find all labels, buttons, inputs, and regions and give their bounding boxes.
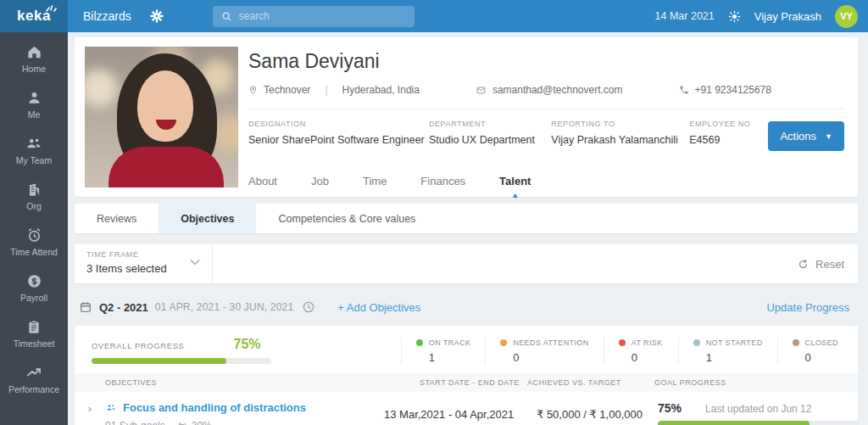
field-employee-no: EMPLOYEE NO E4569 — [689, 120, 761, 146]
reset-button[interactable]: Reset — [798, 258, 844, 271]
legend-label: NEEDS ATTENTION — [513, 338, 588, 347]
legend-count: 0 — [632, 351, 664, 364]
chevron-down-icon — [190, 259, 200, 266]
svg-text:$: $ — [31, 277, 37, 286]
workspace-name[interactable]: Bilzzards — [83, 9, 131, 23]
actions-button[interactable]: Actions ▼ — [768, 121, 844, 151]
period-row: Q2 - 2021 01 APR, 2021 - 30 JUN, 2021 + … — [75, 293, 858, 322]
status-dot — [793, 339, 799, 346]
timeframe-dropdown[interactable]: TIME FRAME 3 Items selected — [75, 244, 212, 283]
objective-people-icon — [105, 403, 117, 413]
alignment-percent: 30% — [192, 420, 212, 425]
overall-progress-fill — [92, 358, 226, 364]
main-content: Sama Deviyani Technover | Hyderabad, Ind… — [68, 32, 868, 425]
search-bar[interactable] — [213, 6, 415, 27]
tab-talent[interactable]: Talent▲ — [499, 175, 531, 197]
field-label: DESIGNATION — [248, 120, 429, 128]
subtab-reviews[interactable]: Reviews — [75, 204, 159, 233]
left-nav: Home Me My Team Org Time Attend $ Payrol… — [0, 32, 68, 425]
legend-at-risk: AT RISK 0 — [604, 337, 678, 364]
status-dot — [500, 339, 507, 346]
history-icon[interactable] — [302, 300, 315, 314]
dollar-icon: $ — [26, 273, 42, 289]
company-name: Technover — [264, 84, 310, 96]
sidebar-label: Org — [26, 201, 42, 211]
field-value: Vijay Prakash Yalamanchili — [551, 134, 689, 146]
col-header-dates: START DATE - END DATE — [371, 378, 524, 387]
phone-item: +91 9234125678 — [679, 84, 771, 96]
timeframe-label: TIME FRAME — [86, 250, 212, 259]
active-tab-indicator: ▲ — [511, 191, 519, 199]
reset-label: Reset — [815, 258, 844, 271]
sidebar-item-performance[interactable]: Performance — [3, 365, 64, 400]
col-header-objectives: OBJECTIVES — [75, 378, 371, 387]
legend-count: 0 — [805, 351, 838, 364]
sidebar-item-time-attend[interactable]: Time Attend — [3, 227, 64, 262]
sidebar-label: Home — [22, 64, 46, 74]
goal-progress-bar — [658, 421, 858, 425]
sidebar-item-org[interactable]: Org — [3, 182, 64, 216]
sidebar-item-timesheet[interactable]: Timesheet — [3, 319, 64, 354]
actions-label: Actions — [780, 130, 816, 143]
update-progress-link[interactable]: Update Progress — [766, 301, 853, 314]
email-icon — [476, 86, 487, 95]
field-value: E4569 — [689, 134, 761, 146]
tab-finances[interactable]: Finances — [420, 175, 465, 197]
col-header-achieved: ACHIEVED VS. TARGET — [524, 378, 651, 387]
tab-job[interactable]: Job — [311, 175, 329, 197]
legend-label: ON TRACK — [429, 338, 471, 347]
email-text: samanthad@technovert.com — [492, 84, 623, 96]
current-date: 14 Mar 2021 — [655, 10, 715, 22]
user-name[interactable]: Vijay Prakash — [754, 10, 821, 23]
email-item: samanthad@technovert.com — [476, 84, 623, 96]
divider — [248, 109, 844, 109]
sidebar-label: Timesheet — [14, 338, 55, 349]
quarter-range: 01 APR, 2021 - 30 JUN, 2021 — [155, 301, 294, 313]
sidebar-label: Performance — [8, 384, 59, 394]
sidebar-label: Me — [28, 109, 41, 120]
building-icon — [26, 182, 42, 198]
objective-title-link[interactable]: Focus and handling of distractions — [123, 401, 306, 414]
legend-on-track: ON TRACK 1 — [401, 337, 486, 364]
theme-sun-icon[interactable] — [728, 10, 741, 23]
legend-count: 1 — [706, 351, 763, 364]
profile-card: Sama Deviyani Technover | Hyderabad, Ind… — [75, 37, 858, 197]
overall-progress-bar — [92, 358, 271, 364]
overall-progress: OVERALL PROGRESS 75% — [92, 337, 329, 364]
overall-progress-label: OVERALL PROGRESS — [92, 341, 185, 350]
alignment-icon — [177, 422, 187, 425]
sidebar-item-home[interactable]: Home — [3, 44, 64, 79]
expand-chevron-icon[interactable]: › — [75, 401, 105, 415]
keka-logo[interactable]: keka — [0, 0, 68, 32]
chevron-down-icon: ▼ — [825, 132, 832, 141]
search-input[interactable] — [239, 10, 383, 22]
subgoals-count: 01 Sub-goals — [105, 420, 165, 425]
field-reporting-to: REPORTING TO Vijay Prakash Yalamanchili — [551, 120, 689, 146]
col-header-goal-progress: GOAL PROGRESS — [651, 378, 858, 387]
goal-progress-fill — [658, 421, 810, 425]
field-value: Senior SharePoint Software Engineer — [248, 134, 429, 146]
add-objectives-link[interactable]: + Add Objectives — [337, 301, 420, 314]
gear-icon[interactable] — [150, 9, 164, 23]
sidebar-item-payroll[interactable]: $ Payroll — [3, 273, 64, 308]
sidebar-item-my-team[interactable]: My Team — [3, 136, 64, 171]
field-department: DEPARTMENT Studio UX Department — [429, 120, 551, 146]
field-label: EMPLOYEE NO — [689, 120, 761, 128]
tab-about[interactable]: About — [248, 175, 277, 197]
field-label: DEPARTMENT — [429, 120, 551, 128]
field-designation: DESIGNATION Senior SharePoint Software E… — [248, 120, 429, 146]
trend-up-icon — [25, 365, 42, 381]
legend-closed: CLOSED 0 — [777, 337, 853, 364]
subtab-competencies[interactable]: Competencies & Core values — [256, 204, 437, 233]
tab-time[interactable]: Time — [363, 175, 387, 197]
objectives-card: OVERALL PROGRESS 75% ON TRACK 1 NEEDS AT… — [75, 326, 858, 425]
field-value: Studio UX Department — [429, 134, 551, 146]
sidebar-label: My Team — [16, 155, 52, 165]
sidebar-item-me[interactable]: Me — [3, 90, 64, 125]
calendar-icon — [80, 301, 92, 313]
team-icon — [25, 136, 42, 152]
subtab-objectives[interactable]: Objectives — [159, 204, 256, 233]
user-avatar[interactable]: VY — [835, 5, 858, 28]
person-icon — [26, 90, 42, 106]
separator: | — [325, 84, 327, 96]
